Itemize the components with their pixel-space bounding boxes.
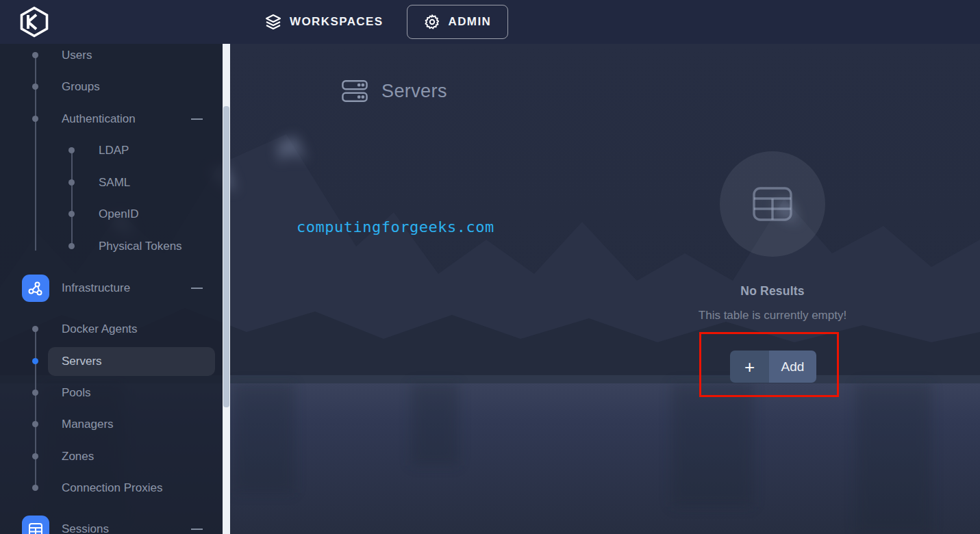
sidebar-item-servers[interactable]: Servers — [0, 346, 223, 377]
sidebar-item-infrastructure[interactable]: Infrastructure — [0, 272, 223, 304]
gear-icon — [424, 14, 440, 30]
sidebar-item-zones[interactable]: Zones — [0, 441, 223, 472]
collapse-icon[interactable] — [191, 288, 203, 289]
watermark-text: computingforgeeks.com — [297, 218, 494, 236]
bullet-icon — [32, 485, 38, 491]
admin-label: ADMIN — [448, 15, 491, 29]
admin-button[interactable]: ADMIN — [407, 5, 508, 39]
sidebar-scrollbar-track[interactable] — [223, 44, 230, 534]
sidebar-scrollbar-thumb[interactable] — [223, 106, 229, 407]
collapse-icon[interactable] — [191, 118, 203, 120]
bullet-icon — [68, 147, 75, 153]
top-navbar: WORKSPACES ADMIN — [0, 0, 980, 44]
sidebar-item-label: Pools — [62, 386, 91, 400]
annotation-highlight-rectangle — [699, 332, 839, 397]
sidebar-item-label: Servers — [62, 355, 102, 368]
sidebar-item-label: Zones — [62, 450, 94, 463]
network-nodes-icon — [22, 275, 49, 302]
sidebar-item-label: Sessions — [62, 522, 109, 534]
sidebar-item-label: SAML — [99, 176, 130, 190]
workspaces-button[interactable]: WORKSPACES — [255, 5, 392, 38]
sidebar-item-label: Managers — [62, 418, 114, 431]
sidebar-item-label: Connection Proxies — [62, 481, 162, 495]
page-title-block: Servers — [342, 75, 447, 107]
bullet-icon — [32, 52, 38, 58]
empty-state-circle — [720, 151, 825, 257]
table-icon — [753, 187, 792, 221]
sidebar-item-label: Docker Agents — [62, 322, 138, 336]
sidebar-item-label: Physical Tokens — [99, 240, 182, 253]
bullet-icon — [32, 390, 38, 396]
bullet-icon — [68, 211, 75, 217]
sidebar-item-openid[interactable]: OpenID — [0, 199, 223, 230]
bullet-icon — [32, 453, 38, 459]
sidebar-item-label: LDAP — [99, 144, 129, 157]
bullet-icon — [32, 358, 38, 364]
bullet-icon — [68, 243, 75, 249]
sidebar-item-pools[interactable]: Pools — [0, 377, 223, 409]
bullet-icon — [32, 326, 38, 332]
sidebar-item-label: OpenID — [99, 207, 139, 221]
workspaces-label: WORKSPACES — [290, 15, 383, 29]
sidebar-item-label: Groups — [62, 80, 100, 94]
sidebar-item-physical-tokens[interactable]: Physical Tokens — [0, 231, 223, 262]
sidebar-item-ldap[interactable]: LDAP — [0, 135, 223, 166]
sidebar-item-users[interactable]: Users — [0, 40, 223, 71]
sidebar-item-sessions[interactable]: Sessions — [0, 513, 223, 534]
sidebar-item-groups[interactable]: Groups — [0, 71, 223, 103]
sidebar-item-managers[interactable]: Managers — [0, 409, 223, 440]
bullet-icon — [32, 421, 38, 427]
collapse-icon[interactable] — [191, 529, 203, 530]
sidebar-item-saml[interactable]: SAML — [0, 167, 223, 199]
bullet-icon — [32, 84, 38, 90]
sessions-table-icon — [22, 516, 49, 534]
sidebar-item-docker-agents[interactable]: Docker Agents — [0, 314, 223, 345]
sidebar-item-label: Infrastructure — [62, 281, 130, 295]
bullet-icon — [32, 116, 38, 122]
bullet-icon — [68, 179, 75, 186]
sidebar-item-connection-proxies[interactable]: Connection Proxies — [0, 472, 223, 504]
kasm-logo-icon[interactable] — [18, 6, 50, 38]
empty-state-title: No Results — [690, 284, 855, 298]
app-window: Users Groups Authentication LDAP SAML Op… — [0, 0, 980, 534]
sidebar-item-authentication[interactable]: Authentication — [0, 103, 223, 135]
sidebar-item-label: Authentication — [62, 112, 136, 126]
layers-icon — [264, 13, 282, 31]
server-stack-icon — [342, 79, 368, 103]
sidebar-item-label: Users — [62, 49, 92, 62]
empty-state-message: This table is currently empty! — [677, 309, 868, 322]
page-title: Servers — [381, 81, 447, 102]
